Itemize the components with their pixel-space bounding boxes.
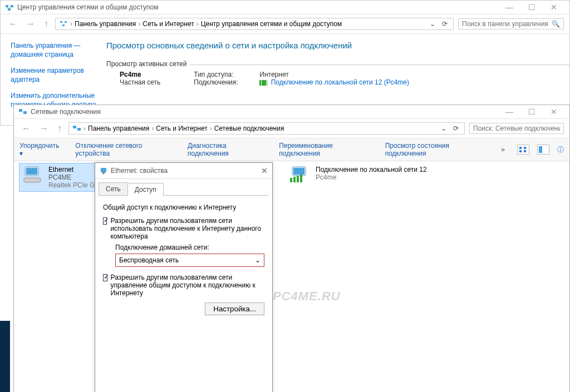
ethernet-icon bbox=[100, 167, 107, 175]
close-button[interactable]: ✕ bbox=[543, 3, 565, 12]
sidebar-item-home[interactable]: Панель управления — домашняя страница bbox=[11, 42, 96, 59]
forward-button[interactable]: → bbox=[24, 19, 37, 29]
toolbar-overflow[interactable]: » bbox=[501, 146, 505, 153]
breadcrumb-segment[interactable]: Сеть и Интернет bbox=[142, 20, 194, 28]
svg-rect-6 bbox=[19, 109, 22, 112]
search-input[interactable]: 🔍 bbox=[458, 18, 564, 29]
connection-link[interactable]: Подключение по локальной сети 12 (Pc4me) bbox=[271, 78, 409, 86]
breadcrumb-segment[interactable]: Сетевые подключения bbox=[214, 125, 284, 132]
network-connections-icon bbox=[18, 107, 27, 116]
svg-rect-14 bbox=[293, 168, 304, 175]
search-field[interactable] bbox=[473, 125, 560, 132]
up-button[interactable]: ↑ bbox=[55, 123, 64, 133]
dialog-titlebar: Ethernet: свойства ✕ bbox=[95, 163, 272, 179]
svg-rect-8 bbox=[73, 126, 76, 128]
svg-rect-9 bbox=[77, 128, 81, 131]
sharing-group-title: Общий доступ к подключению к Интернету bbox=[103, 204, 264, 211]
breadcrumb[interactable]: › Панель управления › Сеть и Интернет › … bbox=[55, 18, 454, 30]
connections-value: Подключение по локальной сети 12 (Pc4me) bbox=[259, 78, 409, 86]
home-connection-label: Подключение домашней сети: bbox=[115, 244, 264, 251]
rename-button[interactable]: Переименование подключения bbox=[279, 142, 372, 157]
breadcrumb-segment[interactable]: Панель управления bbox=[75, 20, 136, 28]
allow-control-checkbox-row[interactable]: Разрешить другим пользователям сети упра… bbox=[103, 274, 264, 297]
refresh-icon[interactable]: ⟳ bbox=[440, 20, 450, 28]
diagnose-button[interactable]: Диагностика подключения bbox=[188, 142, 267, 157]
home-connection-value: Беспроводная сеть bbox=[119, 256, 179, 264]
chevron-right-icon: › bbox=[83, 125, 86, 132]
dialog-title: Ethernet: свойства bbox=[111, 167, 261, 175]
breadcrumb-segment[interactable]: Сеть и Интернет bbox=[156, 125, 207, 132]
help-icon[interactable]: ⓘ bbox=[557, 145, 564, 155]
nav-row: ← → ↑ › Панель управления › Сеть и Интер… bbox=[14, 119, 569, 138]
allow-others-checkbox-row[interactable]: Разрешить другим пользователям сети испо… bbox=[103, 217, 264, 240]
svg-rect-16 bbox=[293, 177, 296, 182]
window-title: Центр управления сетями и общим доступом bbox=[17, 3, 498, 11]
sidebar-item-adapter-settings[interactable]: Изменение параметров адаптера bbox=[11, 67, 96, 84]
breadcrumb-segment[interactable]: Панель управления bbox=[88, 125, 149, 132]
home-connection-combo[interactable]: Беспроводная сеть ⌄ bbox=[115, 254, 264, 267]
back-button[interactable]: ← bbox=[6, 19, 19, 29]
active-networks-label: Просмотр активных сетей bbox=[106, 60, 190, 68]
search-input[interactable] bbox=[469, 123, 564, 134]
refresh-icon[interactable]: ⟳ bbox=[451, 125, 461, 132]
connection-item-lan12[interactable]: Подключение по локальной сети 12 Pc4me bbox=[287, 163, 431, 187]
svg-rect-4 bbox=[65, 21, 67, 23]
svg-rect-19 bbox=[101, 168, 106, 172]
chevron-right-icon: › bbox=[196, 20, 199, 28]
minimize-button[interactable]: — bbox=[498, 107, 520, 116]
svg-rect-0 bbox=[6, 5, 8, 7]
minimize-button[interactable]: — bbox=[498, 3, 520, 12]
svg-rect-1 bbox=[11, 5, 13, 7]
breadcrumb[interactable]: › Панель управления › Сеть и Интернет › … bbox=[68, 122, 465, 135]
network-connections-icon bbox=[72, 124, 81, 133]
view-mode-button[interactable] bbox=[517, 145, 529, 155]
maximize-button[interactable]: ☐ bbox=[520, 107, 543, 116]
forward-button[interactable]: → bbox=[37, 123, 51, 133]
svg-rect-11 bbox=[26, 168, 37, 175]
organize-menu[interactable]: Упорядочить ▾ bbox=[19, 142, 63, 157]
chevron-right-icon: › bbox=[70, 20, 72, 28]
chevron-right-icon: › bbox=[151, 125, 154, 132]
allow-others-label: Разрешить другим пользователям сети испо… bbox=[110, 217, 264, 240]
chevron-right-icon: › bbox=[138, 20, 140, 28]
svg-rect-20 bbox=[102, 172, 105, 174]
svg-rect-3 bbox=[60, 21, 62, 23]
svg-rect-7 bbox=[23, 111, 27, 114]
tab-sharing[interactable]: Доступ bbox=[127, 183, 164, 196]
back-button[interactable]: ← bbox=[19, 123, 33, 133]
chevron-down-icon: ⌄ bbox=[255, 256, 261, 264]
titlebar: Сетевые подключения — ☐ ✕ bbox=[14, 105, 569, 119]
chevron-right-icon: › bbox=[210, 125, 212, 132]
access-type-value: Интернет bbox=[259, 71, 288, 78]
connections-label: Подключения: bbox=[194, 78, 249, 86]
taskbar-fragment bbox=[0, 321, 10, 392]
svg-rect-15 bbox=[290, 178, 292, 182]
svg-rect-5 bbox=[62, 24, 65, 26]
close-button[interactable]: ✕ bbox=[543, 107, 565, 116]
ethernet-properties-dialog: Ethernet: свойства ✕ Сеть Доступ Общий д… bbox=[95, 162, 273, 392]
close-icon[interactable]: ✕ bbox=[261, 166, 268, 175]
checkbox-checked-icon[interactable] bbox=[103, 274, 107, 281]
active-network-block: Pc4me Частная сеть bbox=[120, 71, 160, 86]
search-field[interactable] bbox=[462, 20, 552, 28]
network-center-icon bbox=[5, 3, 14, 12]
chevron-down-icon[interactable]: ⌄ bbox=[439, 125, 449, 132]
tab-network[interactable]: Сеть bbox=[99, 182, 128, 195]
preview-pane-button[interactable] bbox=[537, 145, 549, 155]
network-center-icon bbox=[59, 19, 68, 28]
breadcrumb-segment[interactable]: Центр управления сетями и общим доступом bbox=[201, 20, 342, 28]
up-button[interactable]: ↑ bbox=[42, 19, 51, 29]
window-title: Сетевые подключения bbox=[31, 108, 498, 116]
dialog-tabs: Сеть Доступ bbox=[99, 182, 269, 196]
access-type-label: Тип доступа: bbox=[194, 71, 249, 78]
disable-device-button[interactable]: Отключение сетевого устройства bbox=[75, 142, 175, 157]
maximize-button[interactable]: ☐ bbox=[520, 3, 543, 12]
ethernet-adapter-icon bbox=[289, 166, 311, 185]
nav-row: ← → ↑ › Панель управления › Сеть и Интер… bbox=[1, 14, 569, 34]
chevron-down-icon[interactable]: ⌄ bbox=[428, 20, 438, 28]
checkbox-checked-icon[interactable] bbox=[103, 217, 107, 225]
search-icon: 🔍 bbox=[552, 20, 560, 28]
toolbar: Упорядочить ▾ Отключение сетевого устрой… bbox=[14, 138, 569, 161]
view-status-button[interactable]: Просмотр состояния подключения bbox=[385, 142, 489, 157]
settings-button[interactable]: Настройка... bbox=[205, 302, 264, 315]
